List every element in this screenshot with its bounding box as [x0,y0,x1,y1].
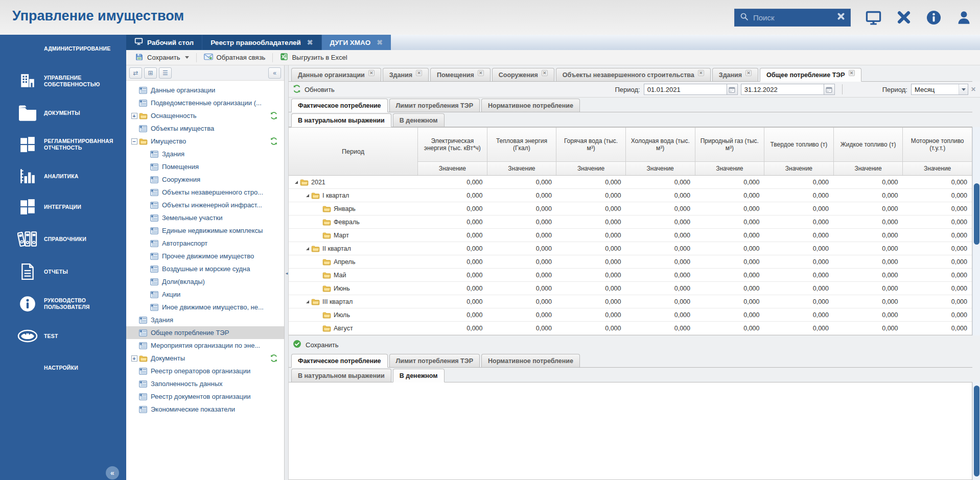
value-cell[interactable]: 0,000 [556,322,626,334]
value-cell[interactable]: 0,000 [556,269,626,281]
bottom-scrollbar-thumb[interactable] [974,386,979,476]
value-cell[interactable]: 0,000 [418,295,487,308]
bottom-view-tab-2[interactable]: В денежном [393,369,445,382]
view-tab-2[interactable]: В денежном [393,113,445,127]
value-cell[interactable]: 0,000 [695,295,764,308]
value-cell[interactable]: 0,000 [695,189,764,202]
sidebar-item-11[interactable]: НАСТРОЙКИ [0,356,126,379]
tree-expander-icon[interactable]: − [130,135,138,148]
tree-item[interactable]: Помещения [126,160,284,173]
collapse-tree-button[interactable]: « [268,67,281,79]
column-header-5[interactable]: Природный газ (тыс. м³)Значение [695,128,765,175]
column-header-7[interactable]: Жидкое топливо (т)Значение [834,128,903,175]
value-cell[interactable]: 0,000 [764,189,834,202]
value-cell[interactable]: 0,000 [833,295,903,308]
tree-item[interactable]: Реестр операторов организации [126,365,284,377]
value-cell[interactable]: 0,000 [833,202,903,215]
export-excel-button[interactable]: Выгрузить в Excel [276,52,351,64]
tree-item[interactable]: Объекты инженерной инфраст... [126,199,284,211]
tab-close-icon[interactable]: ✖ [307,38,313,46]
tree-item[interactable]: Единые недвижимые комплексы [126,224,284,237]
value-cell[interactable]: 0,000 [556,242,626,255]
tree-item[interactable]: Воздушные и морские судна [126,262,284,275]
tree-item[interactable]: Заполненность данных [126,377,284,390]
value-cell[interactable]: 0,000 [764,282,834,295]
sidebar-item-6[interactable]: ИНТЕГРАЦИИ [0,195,126,219]
column-header-1[interactable]: Электрическая энергия (тыс. кВт*ч)Значен… [418,128,487,175]
content-tab-2[interactable]: Здания✕ [383,68,429,81]
column-header-period[interactable]: Период [289,128,418,175]
sidebar-item-1[interactable]: АДМИНИСТРИРОВАНИЕ [0,37,126,60]
table-row[interactable]: II квартал0,0000,0000,0000,0000,0000,000… [289,242,972,255]
tab-close-icon[interactable]: ✕ [416,70,422,76]
tree-item[interactable]: Сооружения [126,173,284,186]
info-icon[interactable] [926,10,942,26]
value-cell[interactable]: 0,000 [487,269,557,281]
value-cell[interactable]: 0,000 [487,215,557,228]
sidebar-item-4[interactable]: РЕГЛАМЕНТИРОВАННАЯ ОТЧЕТНОСТЬ [0,133,126,156]
content-tab-1[interactable]: Данные организации✕ [291,68,381,81]
sidebar-item-10[interactable]: TEST [0,324,126,348]
user-icon[interactable] [956,10,972,26]
value-cell[interactable]: 0,000 [626,202,695,215]
value-cell[interactable]: 0,000 [626,322,695,334]
value-cell[interactable]: 0,000 [487,242,557,255]
value-cell[interactable]: 0,000 [695,176,764,188]
period-from-input[interactable] [644,84,727,95]
value-cell[interactable]: 0,000 [833,189,903,202]
value-cell[interactable]: 0,000 [833,242,903,255]
tree-item[interactable]: +Документы [126,352,284,365]
value-cell[interactable]: 0,000 [626,255,695,268]
value-cell[interactable]: 0,000 [764,202,834,215]
value-cell[interactable]: 0,000 [695,229,764,242]
content-tab-4[interactable]: Сооружения✕ [492,68,554,81]
value-cell[interactable]: 0,000 [556,308,626,321]
splitter-collapse-icon[interactable]: ◂ [285,271,289,276]
tree-item[interactable]: Общее потребление ТЭР [126,326,284,339]
consumption-tab-3[interactable]: Нормативное потребление [481,99,580,112]
value-cell[interactable]: 0,000 [626,242,695,255]
value-cell[interactable]: 0,000 [695,215,764,228]
value-cell[interactable]: 0,000 [418,255,487,268]
value-cell[interactable]: 0,000 [764,322,834,334]
tree-item[interactable]: Иное движимое имущество, не... [126,301,284,314]
bottom-consumption-tab-2[interactable]: Лимит потребления ТЭР [389,354,480,367]
value-cell[interactable]: 0,000 [418,202,487,215]
content-tab-3[interactable]: Помещения✕ [430,68,491,81]
sidebar-item-7[interactable]: СПРАВОЧНИКИ [0,227,126,251]
value-cell[interactable]: 0,000 [764,308,834,321]
table-row[interactable]: I квартал0,0000,0000,0000,0000,0000,0000… [289,189,972,202]
value-cell[interactable]: 0,000 [764,176,834,188]
node-refresh-icon[interactable] [270,112,278,119]
value-cell[interactable]: 0,000 [418,229,487,242]
tree-item[interactable]: Автотранспорт [126,237,284,250]
value-cell[interactable]: 0,000 [487,282,557,295]
value-cell[interactable]: 0,000 [903,255,972,268]
value-cell[interactable]: 0,000 [487,229,557,242]
consumption-tab-1[interactable]: Фактическое потребление [291,99,388,112]
tab-close-icon[interactable]: ✕ [745,70,752,76]
bottom-consumption-tab-1[interactable]: Фактическое потребление [291,354,388,368]
select-clear-icon[interactable]: ✕ [971,86,976,93]
calendar-icon[interactable] [727,84,738,95]
value-cell[interactable]: 0,000 [695,255,764,268]
view-tab-1[interactable]: В натуральном выражении [291,113,391,127]
value-cell[interactable]: 0,000 [556,189,626,202]
panel-splitter[interactable]: ◂ [285,65,289,480]
value-cell[interactable]: 0,000 [418,176,487,188]
value-cell[interactable]: 0,000 [764,215,834,228]
value-cell[interactable]: 0,000 [903,242,972,255]
period-type-select[interactable]: Месяц [911,84,968,95]
value-cell[interactable]: 0,000 [626,282,695,295]
tree-refresh-button[interactable]: ⇄ [129,67,142,79]
window-tab-2[interactable]: Реестр правообладателей✖ [202,35,321,50]
value-cell[interactable]: 0,000 [903,229,972,242]
value-cell[interactable]: 0,000 [487,322,557,334]
column-header-4[interactable]: Холодная вода (тыс. м³)Значение [626,128,695,175]
row-collapse-icon[interactable] [306,300,309,303]
row-collapse-icon[interactable] [306,247,309,250]
value-cell[interactable]: 0,000 [903,189,972,202]
sidebar-collapse-button[interactable]: « [106,466,119,479]
tree-item[interactable]: Объекты незавершенного стро... [126,186,284,199]
table-row[interactable]: Июль0,0000,0000,0000,0000,0000,0000,0000… [289,308,972,322]
